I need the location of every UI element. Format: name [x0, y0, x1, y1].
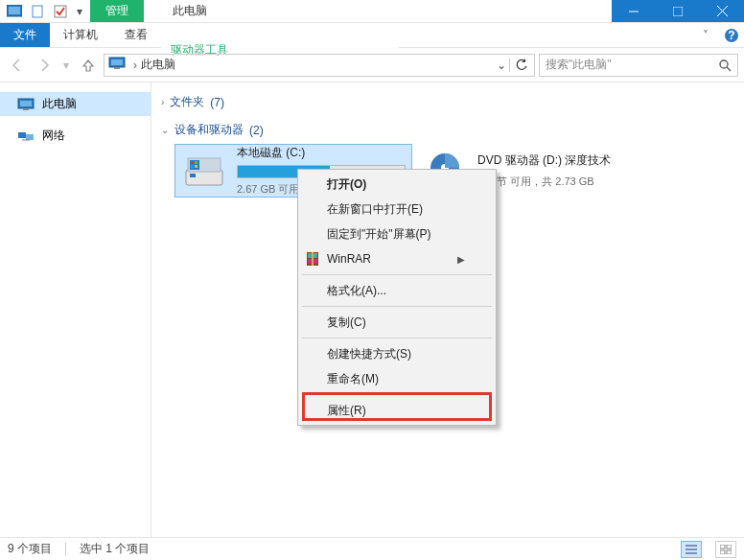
- ctx-open-new-window[interactable]: 在新窗口中打开(E): [300, 197, 494, 222]
- ctx-open[interactable]: 打开(O): [300, 172, 494, 197]
- ctx-winrar[interactable]: WinRAR ▶: [300, 246, 494, 271]
- search-icon[interactable]: [718, 58, 732, 72]
- file-tab[interactable]: 文件: [0, 23, 50, 47]
- svg-rect-35: [312, 252, 314, 266]
- svg-rect-26: [195, 161, 198, 164]
- ctx-open-label: 打开(O): [327, 176, 366, 193]
- sidebar-item-network[interactable]: 网络: [0, 124, 151, 148]
- maximize-button[interactable]: [656, 0, 700, 22]
- context-menu: 打开(O) 在新窗口中打开(E) 固定到"开始"屏幕(P) WinRAR ▶ 格…: [297, 169, 497, 426]
- qat-dropdown-icon[interactable]: ▾: [73, 1, 86, 22]
- back-button[interactable]: [6, 54, 29, 77]
- address-dropdown-icon[interactable]: ⌄: [494, 58, 509, 72]
- group-devices-count: (2): [249, 124, 264, 137]
- svg-rect-39: [720, 545, 725, 548]
- ctx-separator: [302, 394, 492, 395]
- up-button[interactable]: [77, 54, 100, 77]
- svg-rect-19: [26, 134, 34, 140]
- ctx-format[interactable]: 格式化(A)...: [300, 278, 494, 303]
- svg-rect-2: [33, 6, 42, 17]
- search-placeholder: 搜索"此电脑": [546, 57, 612, 73]
- group-folders-label: 文件夹: [170, 94, 204, 110]
- view-tab[interactable]: 查看: [111, 23, 161, 47]
- ctx-pin-start[interactable]: 固定到"开始"屏幕(P): [300, 222, 494, 246]
- manage-contextual-tab[interactable]: 管理: [90, 0, 144, 22]
- forward-button[interactable]: [33, 54, 56, 77]
- hdd-icon: [181, 148, 227, 194]
- ctx-properties[interactable]: 属性(R): [300, 398, 494, 423]
- submenu-arrow-icon: ▶: [457, 254, 465, 265]
- sidebar-item-label: 网络: [42, 128, 65, 144]
- ctx-separator: [302, 306, 492, 307]
- winrar-icon: [304, 250, 321, 268]
- breadcrumb-separator-icon[interactable]: ›: [129, 58, 141, 72]
- title-bar: ▾ 管理 此电脑: [0, 0, 744, 23]
- pc-icon: [108, 56, 128, 75]
- svg-rect-5: [673, 7, 683, 16]
- svg-rect-18: [18, 132, 26, 138]
- svg-rect-1: [9, 7, 20, 14]
- svg-line-14: [727, 67, 731, 71]
- ctx-create-shortcut-label: 创建快捷方式(S): [327, 346, 411, 362]
- ctx-create-shortcut[interactable]: 创建快捷方式(S): [300, 341, 494, 366]
- ctx-rename[interactable]: 重命名(M): [300, 366, 494, 391]
- manage-tab-label: 管理: [105, 3, 128, 19]
- group-devices-label: 设备和驱动器: [174, 122, 244, 138]
- status-item-count: 9 个项目: [8, 541, 52, 557]
- svg-rect-16: [20, 101, 32, 106]
- status-bar: 9 个项目 选中 1 个项目: [0, 537, 744, 560]
- status-divider: [65, 543, 66, 556]
- drive-d-name: DVD 驱动器 (D:) 深度技术: [477, 152, 648, 169]
- recent-dropdown-icon[interactable]: ▾: [59, 54, 73, 77]
- explorer-icon: [4, 1, 25, 22]
- ctx-separator: [302, 274, 492, 275]
- properties-qat-icon[interactable]: [50, 1, 71, 22]
- large-icons-view-button[interactable]: [715, 541, 736, 558]
- group-folders[interactable]: › 文件夹 (7): [161, 88, 734, 116]
- status-selected-count: 选中 1 个项目: [80, 541, 150, 557]
- svg-rect-28: [195, 165, 198, 168]
- file-tab-label: 文件: [13, 27, 36, 43]
- svg-rect-42: [727, 550, 732, 554]
- ctx-rename-label: 重命名(M): [327, 371, 379, 387]
- breadcrumb-this-pc[interactable]: 此电脑: [141, 57, 175, 73]
- svg-rect-41: [720, 550, 725, 554]
- drive-c-name: 本地磁盘 (C:): [237, 145, 406, 161]
- ctx-properties-label: 属性(R): [327, 403, 366, 419]
- ctx-copy[interactable]: 复制(C): [300, 310, 494, 335]
- navigation-pane: 此电脑 网络: [0, 82, 151, 537]
- ctx-open-new-window-label: 在新窗口中打开(E): [327, 201, 423, 218]
- chevron-down-icon: ⌄: [161, 125, 169, 135]
- ctx-separator: [302, 338, 492, 338]
- svg-point-13: [720, 60, 728, 68]
- window-title: 此电脑: [144, 0, 612, 22]
- close-button[interactable]: [700, 0, 744, 22]
- help-button[interactable]: ?: [719, 23, 744, 48]
- search-box[interactable]: 搜索"此电脑": [539, 54, 738, 77]
- computer-tab[interactable]: 计算机: [50, 23, 111, 47]
- svg-text:?: ?: [728, 29, 734, 42]
- group-folders-count: (7): [210, 96, 224, 109]
- svg-rect-40: [727, 545, 732, 548]
- ctx-pin-start-label: 固定到"开始"屏幕(P): [327, 226, 431, 243]
- svg-rect-12: [114, 67, 120, 69]
- ribbon-collapse-button[interactable]: ˅: [692, 23, 719, 47]
- doc-icon[interactable]: [27, 1, 48, 22]
- window-controls: [612, 0, 744, 22]
- svg-rect-22: [190, 174, 196, 177]
- minimize-button[interactable]: [612, 0, 656, 22]
- details-view-button[interactable]: [681, 541, 702, 558]
- group-devices[interactable]: ⌄ 设备和驱动器 (2): [161, 116, 734, 144]
- drive-d-subtitle: 0 字节 可用，共 2.73 GB: [477, 175, 648, 189]
- svg-rect-11: [111, 59, 123, 65]
- network-icon: [17, 128, 35, 144]
- refresh-button[interactable]: [509, 58, 532, 72]
- navigation-bar: ▾ › 此电脑 ⌄ 搜索"此电脑": [0, 48, 744, 82]
- sidebar-item-label: 此电脑: [42, 96, 77, 112]
- svg-rect-17: [23, 108, 29, 110]
- address-bar[interactable]: › 此电脑 ⌄: [104, 54, 535, 77]
- ctx-winrar-label: WinRAR: [327, 252, 371, 266]
- computer-tab-label: 计算机: [63, 27, 98, 43]
- sidebar-item-this-pc[interactable]: 此电脑: [0, 92, 151, 116]
- ribbon-tabs: 文件 计算机 查看 驱动器工具 ˅ ?: [0, 23, 744, 48]
